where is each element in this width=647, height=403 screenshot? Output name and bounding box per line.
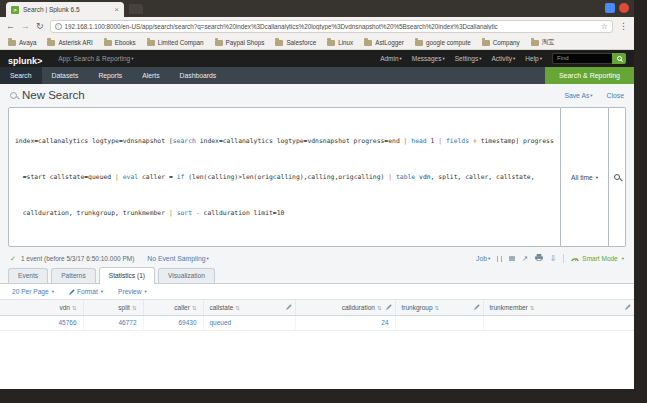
event-sampling-menu[interactable]: No Event Sampling▾ bbox=[147, 255, 208, 262]
cell-value[interactable]: 24 bbox=[381, 319, 388, 326]
folder-icon bbox=[415, 40, 423, 46]
column-header-callstate[interactable]: callstate⇅ bbox=[203, 300, 295, 315]
folder-icon bbox=[104, 40, 112, 46]
tab-title: Search | Splunk 6.5 bbox=[23, 6, 110, 13]
empty-area bbox=[0, 331, 634, 390]
search-mode-selector[interactable]: Smart Mode▾ bbox=[571, 255, 624, 262]
nav-item-dashboards[interactable]: Dashboards bbox=[170, 67, 227, 84]
refresh-icon[interactable]: ↻ bbox=[36, 22, 44, 31]
search-submit-button[interactable] bbox=[609, 107, 626, 247]
stop-icon[interactable] bbox=[509, 256, 515, 262]
job-done-check-icon: ✓ bbox=[10, 255, 16, 263]
page-info-icon[interactable]: i bbox=[55, 23, 62, 30]
folder-icon bbox=[482, 40, 490, 46]
bookmark-item[interactable]: Paypal Shops bbox=[215, 39, 265, 46]
cell-value[interactable]: 45766 bbox=[58, 319, 76, 326]
browser-tab[interactable]: > Search | Splunk 6.5 × bbox=[6, 2, 124, 17]
tab-statistics[interactable]: Statistics (1) bbox=[99, 267, 155, 284]
results-panel: 20 Per Page▾ Format▾ Preview▾ vdn⇅ split… bbox=[0, 284, 634, 389]
app-menu[interactable]: App: Search & Reporting▾ bbox=[58, 55, 133, 62]
extension-icon[interactable] bbox=[619, 3, 629, 13]
query-line: index=callanalytics logtype=vdnsnapshot … bbox=[15, 135, 554, 147]
splunk-logo[interactable]: splunk> bbox=[8, 50, 42, 68]
address-bar[interactable]: i 192.168.1.100:8000/en-US/app/search/se… bbox=[50, 20, 613, 33]
bookmark-item[interactable]: Ebooks bbox=[104, 39, 136, 46]
bookmark-item[interactable]: Asterisk ARI bbox=[47, 39, 92, 46]
tab-visualization[interactable]: Visualization bbox=[158, 268, 215, 283]
search-query-input[interactable]: index=callanalytics logtype=vdnsnapshot … bbox=[8, 107, 561, 247]
url-text: 192.168.1.100:8000/en-US/app/search/sear… bbox=[65, 23, 598, 30]
find-search-button[interactable] bbox=[612, 53, 626, 64]
format-brush-icon bbox=[69, 289, 75, 295]
cell-value[interactable]: 46772 bbox=[118, 319, 136, 326]
tab-events[interactable]: Events bbox=[8, 268, 48, 283]
back-icon[interactable]: ← bbox=[6, 22, 15, 31]
cell-trunkmember bbox=[483, 315, 634, 330]
results-tabs: Events Patterns Statistics (1) Visualiza… bbox=[0, 267, 634, 284]
bookmark-item[interactable]: Company bbox=[482, 39, 520, 46]
folder-icon bbox=[215, 40, 223, 46]
tab-patterns[interactable]: Patterns bbox=[51, 268, 96, 283]
nav-item-search[interactable]: Search bbox=[0, 67, 42, 84]
nav-item-datasets[interactable]: Datasets bbox=[42, 67, 89, 84]
export-icon[interactable]: ⇩ bbox=[550, 255, 556, 263]
find-input[interactable]: Find bbox=[552, 53, 612, 64]
pause-icon[interactable] bbox=[497, 256, 502, 262]
time-range-picker[interactable]: All time▾ bbox=[561, 107, 609, 247]
cell-value[interactable]: 69430 bbox=[178, 319, 196, 326]
statistics-table: vdn⇅ split⇅ caller⇅ callstate⇅ calldurat… bbox=[0, 300, 634, 331]
cell-trunkgroup bbox=[395, 315, 483, 330]
cell-split: 46772 bbox=[83, 315, 143, 330]
column-header-caller[interactable]: caller⇅ bbox=[143, 300, 203, 315]
nav-item-reports[interactable]: Reports bbox=[88, 67, 132, 84]
bookmark-item[interactable]: 淘宝 bbox=[531, 38, 555, 47]
job-status-bar: ✓ 1 event (before 5/3/17 6:50:10.000 PM)… bbox=[0, 250, 634, 267]
app-name-label[interactable]: Search & Reporting bbox=[545, 67, 634, 84]
divider bbox=[563, 254, 564, 263]
column-header-callduration[interactable]: callduration⇅ bbox=[295, 300, 395, 315]
folder-icon bbox=[275, 40, 283, 46]
job-menu[interactable]: Job▾ bbox=[476, 255, 490, 262]
close-link[interactable]: Close bbox=[607, 92, 624, 99]
sort-icon: ⇅ bbox=[235, 305, 240, 311]
results-toolbar: 20 Per Page▾ Format▾ Preview▾ bbox=[0, 284, 634, 300]
edit-column-icon[interactable] bbox=[625, 304, 631, 310]
bookmark-item[interactable]: Avaya bbox=[8, 39, 36, 46]
print-icon[interactable] bbox=[535, 254, 543, 263]
browser-menu-icon[interactable]: ⋮ bbox=[619, 22, 628, 31]
forward-icon[interactable]: → bbox=[21, 22, 30, 31]
search-bar-row: index=callanalytics logtype=vdnsnapshot … bbox=[0, 106, 634, 250]
edit-column-icon[interactable] bbox=[386, 304, 392, 310]
preview-menu[interactable]: Preview▾ bbox=[118, 288, 147, 295]
new-tab-button[interactable] bbox=[129, 4, 143, 14]
edit-column-icon[interactable] bbox=[474, 304, 480, 310]
format-menu[interactable]: Format▾ bbox=[69, 288, 103, 295]
bookmark-star-icon[interactable]: ☆ bbox=[601, 23, 608, 31]
cell-callduration: 24 bbox=[295, 315, 395, 330]
menu-settings[interactable]: Settings▾ bbox=[455, 55, 482, 62]
tab-close-icon[interactable]: × bbox=[114, 6, 119, 14]
extension-icon[interactable] bbox=[605, 3, 615, 13]
edit-column-icon[interactable] bbox=[286, 304, 292, 310]
bookmark-item[interactable]: Salesforce bbox=[275, 39, 316, 46]
menu-messages[interactable]: Messages▾ bbox=[412, 55, 445, 62]
per-page-menu[interactable]: 20 Per Page▾ bbox=[12, 288, 54, 295]
column-header-split[interactable]: split⇅ bbox=[83, 300, 143, 315]
save-as-menu[interactable]: Save As▾ bbox=[564, 92, 592, 99]
bookmark-item[interactable]: google compute bbox=[415, 39, 471, 46]
page-header-links: Save As▾ Close bbox=[564, 92, 624, 99]
cell-value[interactable]: queued bbox=[210, 319, 232, 326]
bookmark-item[interactable]: Linux bbox=[327, 39, 353, 46]
column-header-trunkgroup[interactable]: trunkgroup⇅ bbox=[395, 300, 483, 315]
column-header-trunkmember[interactable]: trunkmember⇅ bbox=[483, 300, 634, 315]
bookmark-item[interactable]: Limited Compan bbox=[147, 39, 204, 46]
page-header: New Search Save As▾ Close bbox=[0, 84, 634, 106]
bookmark-item[interactable]: AstLogger bbox=[364, 39, 404, 46]
share-icon[interactable]: ↗ bbox=[522, 255, 528, 263]
menu-help[interactable]: Help▾ bbox=[525, 55, 542, 62]
folder-icon bbox=[531, 40, 539, 46]
menu-admin[interactable]: Admin▾ bbox=[380, 55, 402, 62]
menu-activity[interactable]: Activity▾ bbox=[492, 55, 516, 62]
column-header-vdn[interactable]: vdn⇅ bbox=[0, 300, 83, 315]
nav-item-alerts[interactable]: Alerts bbox=[132, 67, 169, 84]
